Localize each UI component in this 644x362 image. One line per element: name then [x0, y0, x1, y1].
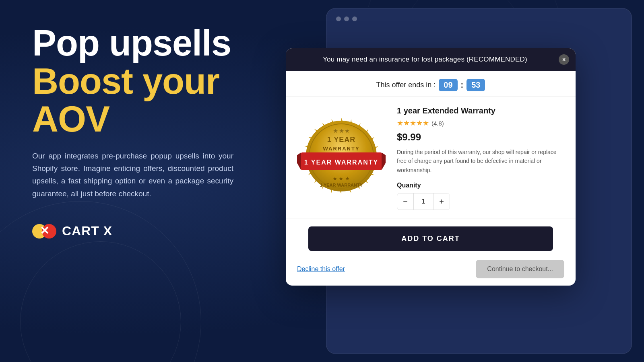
svg-text:1 YEAR WARRANTY: 1 YEAR WARRANTY: [304, 159, 378, 166]
product-price: $9.99: [397, 132, 564, 143]
offer-label: This offer ends in :: [376, 81, 436, 89]
product-title: 1 year Extended Warranty: [397, 106, 564, 115]
svg-text:1 YEAR: 1 YEAR: [327, 136, 356, 144]
quantity-increase-button[interactable]: +: [433, 193, 450, 210]
browser-dot-3: [352, 16, 357, 21]
cartx-logo-icon: ✕: [32, 219, 56, 243]
continue-checkout-button[interactable]: Continue to checkout...: [476, 260, 564, 278]
left-description: Our app integrates pre-purchase popup up…: [32, 150, 233, 200]
svg-text:✕: ✕: [40, 224, 49, 237]
stars-row: ★★★★★ (4.8): [397, 119, 564, 128]
headline-white: Pop upsells Boost your AOV: [32, 24, 266, 138]
rating-value: (4.8): [431, 120, 444, 127]
modal-header: You may need an insurance for lost packa…: [286, 48, 576, 71]
quantity-decrease-button[interactable]: −: [397, 193, 413, 210]
add-to-cart-button[interactable]: ADD TO CART: [308, 226, 553, 251]
logo-text: CART X: [62, 224, 112, 239]
close-button[interactable]: ×: [559, 54, 569, 65]
timer-seconds: 53: [466, 79, 485, 91]
svg-text:WARRANTY: WARRANTY: [323, 146, 359, 152]
product-description: During the period of this warranty, our …: [397, 148, 564, 175]
svg-text:★ ★ ★: ★ ★ ★: [333, 128, 349, 134]
product-image-area: ★ ★ ★ 1 YEAR WARRANTY ★ ★ ★ ★ ★: [297, 106, 386, 210]
decline-offer-button[interactable]: Decline this offer: [297, 265, 345, 273]
popup-modal: You may need an insurance for lost packa…: [286, 48, 576, 286]
product-info: 1 year Extended Warranty ★★★★★ (4.8) $9.…: [397, 106, 564, 210]
svg-marker-34: [297, 152, 301, 170]
quantity-label: Quanity: [397, 182, 564, 189]
warranty-badge-image: ★ ★ ★ 1 YEAR WARRANTY ★ ★ ★ ★ ★: [297, 114, 386, 202]
browser-dot-1: [336, 16, 341, 21]
modal-footer: Decline this offer Continue to checkout.…: [286, 253, 576, 286]
modal-body: ★ ★ ★ 1 YEAR WARRANTY ★ ★ ★ ★ ★: [286, 97, 576, 218]
star-rating: ★★★★★: [397, 119, 429, 128]
logo-area: ✕ CART X: [32, 219, 266, 243]
timer-minutes: 09: [439, 79, 457, 91]
offer-timer: This offer ends in : 09 : 53: [286, 71, 576, 97]
timer-colon-separator: :: [461, 80, 464, 90]
svg-text:★ ★ ★: ★ ★ ★: [333, 176, 349, 181]
svg-marker-35: [382, 152, 386, 170]
add-to-cart-section: ADD TO CART: [286, 218, 576, 253]
svg-text:1 YEAR WARRANTY: 1 YEAR WARRANTY: [320, 183, 363, 187]
browser-dot-2: [344, 16, 349, 21]
left-content: Pop upsells Boost your AOV Our app integ…: [32, 24, 266, 243]
quantity-control: − 1 +: [397, 193, 450, 210]
browser-dots: [326, 8, 632, 28]
quantity-value: 1: [413, 193, 433, 210]
modal-header-text: You may need an insurance for lost packa…: [323, 56, 527, 63]
